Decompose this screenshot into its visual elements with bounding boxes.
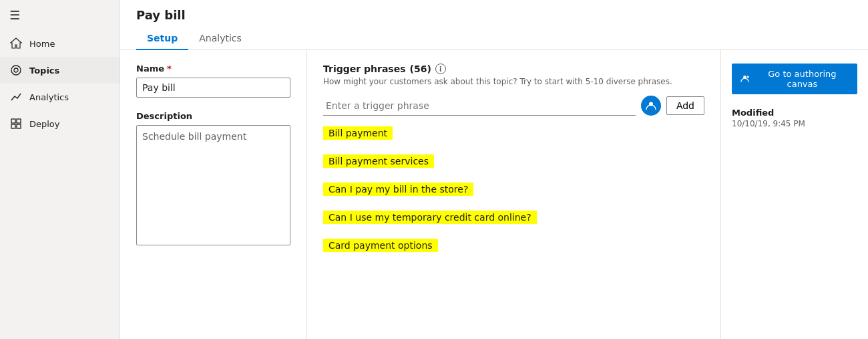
description-textarea[interactable]: Schedule bill payment <box>136 125 290 245</box>
right-panel: Go to authoring canvas Modified 10/10/19… <box>721 50 868 339</box>
svg-point-1 <box>14 68 18 72</box>
sidebar-item-analytics-label: Analytics <box>29 92 69 102</box>
description-label: Description <box>136 111 290 121</box>
add-button[interactable]: Add <box>666 96 704 115</box>
modified-value: 10/10/19, 9:45 PM <box>732 119 857 128</box>
svg-point-0 <box>11 66 21 75</box>
sidebar-item-topics[interactable]: Topics <box>0 57 120 84</box>
sidebar-item-deploy[interactable]: Deploy <box>0 110 120 137</box>
main-content: Pay bill Setup Analytics Name* Descripti… <box>120 0 868 339</box>
trigger-title: Trigger phrases <box>323 64 406 74</box>
sidebar-item-home[interactable]: Home <box>0 30 120 57</box>
trigger-input-row: Add <box>323 96 704 116</box>
phrase-row: Bill payment <box>323 126 702 152</box>
phrase-item-3[interactable]: Can I use my temporary credit card onlin… <box>323 211 537 224</box>
topics-icon <box>9 64 23 77</box>
phrase-row: Card payment options <box>323 239 702 264</box>
phrases-container: Bill payment Bill payment services Can I… <box>323 126 704 267</box>
name-input[interactable] <box>136 78 290 98</box>
deploy-icon <box>9 117 23 130</box>
svg-rect-5 <box>17 124 21 128</box>
required-indicator: * <box>167 64 172 74</box>
content-area: Name* Description Schedule bill payment … <box>120 50 868 339</box>
authoring-canvas-button[interactable]: Go to authoring canvas <box>732 64 857 94</box>
phrase-row: Can I use my temporary credit card onlin… <box>323 211 702 236</box>
hamburger-menu[interactable]: ☰ <box>0 0 120 30</box>
phrase-item-2[interactable]: Can I pay my bill in the store? <box>323 183 473 196</box>
phrase-item-4[interactable]: Card payment options <box>323 239 438 252</box>
phrase-item-1[interactable]: Bill payment services <box>323 154 434 168</box>
page-header: Pay bill Setup Analytics <box>120 0 868 50</box>
phrase-item-0[interactable]: Bill payment <box>323 126 393 140</box>
svg-rect-4 <box>11 124 15 128</box>
tab-setup[interactable]: Setup <box>136 27 188 50</box>
sidebar-item-home-label: Home <box>29 39 55 49</box>
left-panel: Name* Description Schedule bill payment <box>120 50 307 339</box>
description-section: Description Schedule bill payment <box>136 111 290 247</box>
trigger-hint: How might your customers ask about this … <box>323 77 704 86</box>
sidebar-item-deploy-label: Deploy <box>29 119 60 129</box>
trigger-input[interactable] <box>323 96 636 116</box>
name-label: Name* <box>136 64 290 74</box>
trigger-info-icon[interactable]: i <box>435 64 446 74</box>
page-title: Pay bill <box>136 8 852 27</box>
modified-label: Modified <box>732 108 857 118</box>
sidebar-item-topics-label: Topics <box>29 66 59 76</box>
svg-rect-3 <box>17 119 21 123</box>
avatar-button[interactable] <box>641 96 661 116</box>
home-icon <box>9 37 23 50</box>
tab-analytics[interactable]: Analytics <box>188 27 252 50</box>
trigger-count: (56) <box>410 64 431 74</box>
phrase-row: Bill payment services <box>323 154 702 180</box>
phrase-row: Can I pay my bill in the store? <box>323 183 702 208</box>
sidebar: ☰ Home Topics Analytics <box>0 0 120 339</box>
analytics-icon <box>9 90 23 104</box>
svg-rect-2 <box>11 119 15 123</box>
trigger-header: Trigger phrases (56) i <box>323 64 704 74</box>
middle-panel: Trigger phrases (56) i How might your cu… <box>307 50 721 339</box>
sidebar-item-analytics[interactable]: Analytics <box>0 84 120 110</box>
tabs-container: Setup Analytics <box>136 27 852 49</box>
